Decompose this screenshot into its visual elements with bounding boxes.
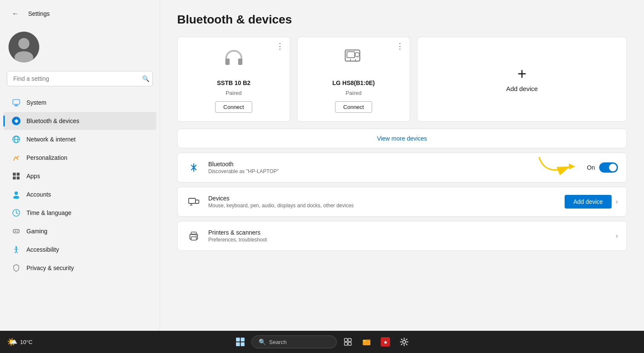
media-device-icon: ♪	[342, 46, 366, 74]
sidebar-item-personalization[interactable]: Personalization	[3, 149, 156, 167]
sidebar-item-label-network: Network & internet	[26, 136, 76, 143]
network-icon	[12, 135, 20, 144]
sidebar-item-time[interactable]: Time & language	[3, 204, 156, 222]
devices-row-sub: Mouse, keyboard, pen, audio, displays an…	[208, 203, 558, 209]
svg-rect-47	[236, 338, 240, 341]
printers-row-text: Printers & scanners Preferences, trouble…	[208, 229, 609, 243]
file-explorer-button[interactable]	[359, 334, 374, 350]
avatar[interactable]	[9, 32, 39, 62]
personalization-icon	[12, 153, 20, 162]
taskbar-center-icons: 🔍 Search ★	[233, 334, 412, 350]
app-icon-1[interactable]: ★	[378, 334, 393, 350]
accessibility-icon	[12, 245, 20, 254]
svg-rect-53	[344, 342, 347, 345]
svg-rect-48	[241, 338, 245, 341]
bluetooth-row-icon	[186, 160, 201, 175]
bluetooth-row-text: Bluetooth Discoverable as "HP-LAPTOP"	[208, 161, 580, 174]
devices-row[interactable]: Devices Mouse, keyboard, pen, audio, dis…	[178, 187, 627, 216]
bluetooth-section: Bluetooth Discoverable as "HP-LAPTOP"	[177, 153, 627, 182]
device-card-sstb: ⋮ SSTB 10 B2 Paired Connect	[177, 37, 290, 122]
svg-rect-3	[13, 100, 20, 104]
add-device-label: Add device	[506, 85, 538, 92]
system-icon	[12, 98, 20, 107]
svg-rect-51	[344, 338, 347, 341]
taskbar-search-bar[interactable]: 🔍 Search	[251, 335, 337, 348]
svg-rect-54	[348, 342, 351, 345]
svg-rect-31	[238, 59, 242, 65]
svg-rect-50	[241, 342, 245, 346]
devices-row-action: Add device ›	[565, 195, 618, 209]
svg-rect-5	[14, 106, 18, 106]
device-menu-btn-lg[interactable]: ⋮	[396, 42, 404, 50]
search-box[interactable]: 🔍	[7, 71, 153, 86]
view-more-link[interactable]: View more devices	[377, 135, 427, 142]
device-status-lg: Paired	[346, 90, 362, 96]
svg-line-19	[16, 213, 18, 214]
sidebar-item-apps[interactable]: Apps	[3, 167, 156, 185]
svg-rect-56	[363, 340, 366, 341]
bluetooth-row-title: Bluetooth	[208, 161, 580, 168]
sidebar-item-label-accounts: Accounts	[26, 191, 51, 198]
svg-rect-13	[13, 176, 16, 179]
search-input[interactable]	[7, 71, 153, 86]
sidebar-item-bluetooth[interactable]: ✱ Bluetooth & devices	[3, 112, 156, 130]
yellow-arrow-annotation	[537, 155, 575, 180]
search-icon[interactable]: 🔍	[142, 75, 149, 82]
sidebar-item-accounts[interactable]: Accounts	[3, 185, 156, 203]
bluetooth-toggle[interactable]	[599, 162, 618, 173]
device-menu-btn-sstb[interactable]: ⋮	[276, 42, 284, 50]
sidebar: ← Settings 🔍 System	[0, 0, 160, 331]
sidebar-item-gaming[interactable]: Gaming	[3, 222, 156, 240]
accounts-icon	[12, 190, 20, 199]
time-icon	[12, 209, 20, 217]
connect-btn-sstb[interactable]: Connect	[215, 101, 252, 113]
svg-rect-12	[17, 173, 20, 176]
gaming-icon	[12, 227, 20, 235]
task-view-button[interactable]	[340, 334, 356, 350]
weather-temp: 10°C	[20, 339, 32, 345]
privacy-icon	[12, 264, 20, 272]
printers-row-sub: Preferences, troubleshoot	[208, 237, 609, 243]
devices-row-chevron[interactable]: ›	[616, 198, 618, 206]
sidebar-item-network[interactable]: Network & internet	[3, 130, 156, 148]
bluetooth-toggle-label: On	[587, 164, 595, 171]
taskbar-search-text: Search	[269, 339, 287, 345]
sidebar-header: ← Settings	[0, 0, 160, 27]
svg-rect-14	[17, 176, 20, 179]
svg-rect-11	[13, 173, 16, 176]
headphone-icon	[222, 46, 246, 74]
main-content: Bluetooth & devices ⋮ SSTB 10 B2 Paired …	[160, 0, 644, 331]
sidebar-item-privacy[interactable]: Privacy & security	[3, 259, 156, 277]
svg-rect-33	[347, 52, 355, 58]
svg-point-59	[402, 341, 405, 344]
add-device-card[interactable]: + Add device	[417, 37, 627, 122]
device-name-lg: LG HS8(B1:0E)	[332, 79, 375, 86]
bluetooth-row: Bluetooth Discoverable as "HP-LAPTOP"	[178, 153, 627, 182]
windows-start-button[interactable]	[233, 334, 248, 350]
printers-row-chevron[interactable]: ›	[616, 232, 618, 240]
printers-section: Printers & scanners Preferences, trouble…	[177, 221, 627, 251]
avatar-container	[0, 27, 160, 71]
printers-row[interactable]: Printers & scanners Preferences, trouble…	[178, 221, 627, 250]
apps-icon	[12, 172, 20, 180]
sidebar-item-label-privacy: Privacy & security	[26, 265, 74, 271]
device-name-sstb: SSTB 10 B2	[217, 79, 251, 86]
sidebar-item-label-gaming: Gaming	[26, 228, 47, 235]
view-more-row[interactable]: View more devices	[177, 129, 627, 148]
devices-add-device-button[interactable]: Add device	[565, 195, 611, 209]
add-plus-icon: +	[517, 66, 526, 82]
settings-taskbar-button[interactable]	[396, 334, 412, 350]
svg-rect-49	[236, 342, 240, 346]
svg-text:★: ★	[383, 339, 388, 345]
sidebar-item-accessibility[interactable]: Accessibility	[3, 241, 156, 259]
svg-rect-30	[225, 59, 230, 65]
svg-point-15	[15, 191, 18, 195]
connect-btn-lg[interactable]: Connect	[335, 101, 372, 113]
page-title: Bluetooth & devices	[177, 13, 627, 26]
svg-rect-44	[191, 237, 196, 240]
devices-section: Devices Mouse, keyboard, pen, audio, dis…	[177, 187, 627, 217]
back-button[interactable]: ←	[9, 7, 22, 21]
sidebar-item-system[interactable]: System	[3, 94, 156, 112]
svg-text:✱: ✱	[14, 118, 19, 124]
sidebar-item-label-accessibility: Accessibility	[26, 246, 59, 253]
